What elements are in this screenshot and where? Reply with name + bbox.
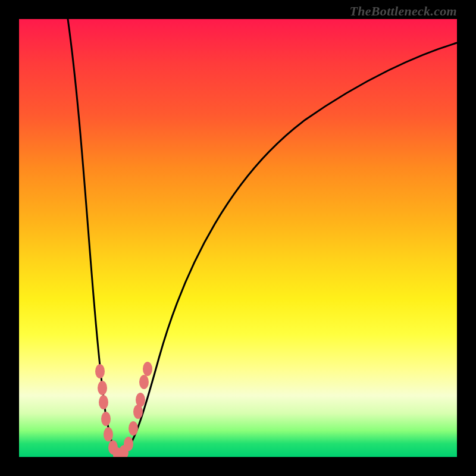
curve-dot	[129, 421, 138, 436]
bottleneck-curve	[68, 19, 457, 456]
watermark-text: TheBottleneck.com	[350, 4, 457, 19]
curve-dot	[104, 427, 113, 441]
curve-dot	[139, 375, 149, 389]
curve-dot	[101, 412, 111, 426]
chart-curve-layer	[19, 19, 457, 457]
curve-dot	[124, 437, 133, 451]
curve-dot	[143, 362, 152, 376]
curve-dot	[99, 395, 108, 409]
curve-dot	[95, 364, 105, 378]
curve-dot	[136, 393, 145, 407]
chart-frame: TheBottleneck.com	[0, 0, 476, 476]
curve-dot	[98, 381, 107, 395]
